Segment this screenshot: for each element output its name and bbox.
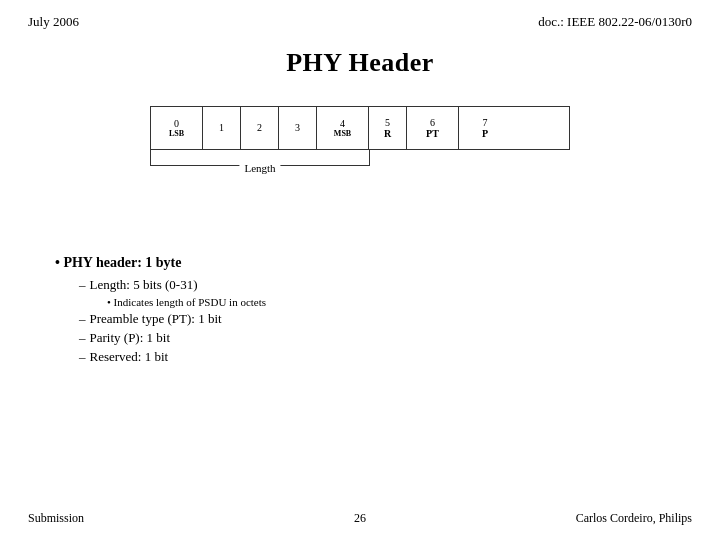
page-title: PHY Header bbox=[0, 48, 720, 78]
bit-row: 0 LSB 1 2 3 4 MSB 5 R bbox=[150, 106, 570, 150]
header-doc: doc.: IEEE 802.22-06/0130r0 bbox=[538, 14, 692, 30]
bit-cell-2: 2 bbox=[241, 107, 279, 149]
bit-cell-5: 5 R bbox=[369, 107, 407, 149]
bullet-main: • PHY header: 1 byte bbox=[55, 255, 665, 271]
phy-header-diagram: 0 LSB 1 2 3 4 MSB 5 R bbox=[0, 106, 720, 196]
sub-item-length: –Length: 5 bits (0-31) bbox=[79, 277, 665, 293]
bit-cell-6: 6 PT bbox=[407, 107, 459, 149]
footer-submission: Submission bbox=[28, 511, 84, 526]
sub-item-preamble: –Preamble type (PT): 1 bit bbox=[79, 311, 665, 327]
sub-item-parity: –Parity (P): 1 bit bbox=[79, 330, 665, 346]
bit-cell-0: 0 LSB bbox=[151, 107, 203, 149]
bit-cell-3: 3 bbox=[279, 107, 317, 149]
header-date: July 2006 bbox=[28, 14, 79, 30]
bit-cell-4: 4 MSB bbox=[317, 107, 369, 149]
sub-item-reserved: –Reserved: 1 bit bbox=[79, 349, 665, 365]
bit-cell-7: 7 P bbox=[459, 107, 511, 149]
content-area: • PHY header: 1 byte –Length: 5 bits (0-… bbox=[55, 255, 665, 368]
bit-cell-1: 1 bbox=[203, 107, 241, 149]
length-label: Length bbox=[239, 162, 280, 174]
footer-author: Carlos Cordeiro, Philips bbox=[576, 511, 692, 526]
sub-sub-item-length: Indicates length of PSDU in octets bbox=[107, 296, 665, 308]
footer-page-number: 26 bbox=[354, 511, 366, 526]
